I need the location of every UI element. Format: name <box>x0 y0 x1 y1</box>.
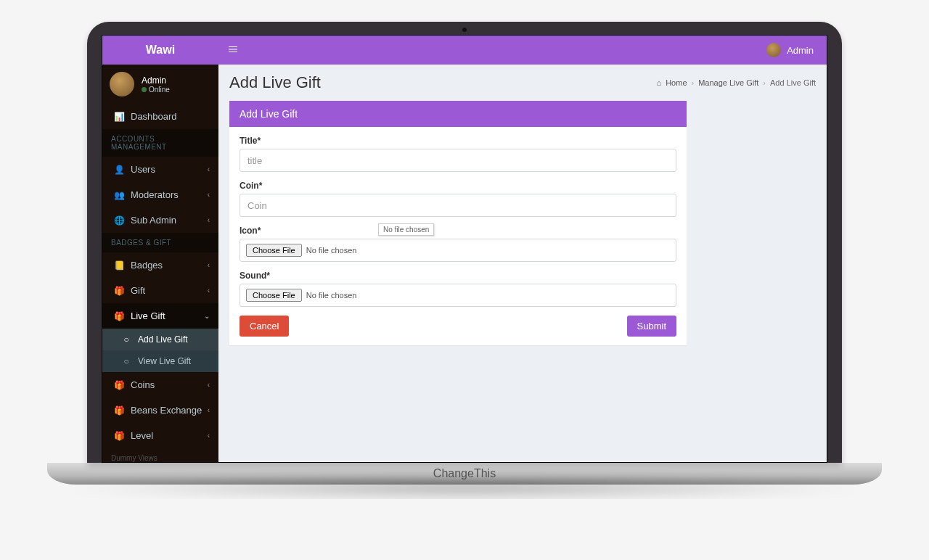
sidebar-item-gift[interactable]: 🎁 Gift ‹ <box>102 278 218 303</box>
sidebar-item-label: Moderators <box>131 189 179 200</box>
chevron-left-icon: ‹ <box>208 406 210 414</box>
sidebar-item-subadmin[interactable]: 🌐 Sub Admin ‹ <box>102 207 218 233</box>
chevron-left-icon: ‹ <box>208 432 210 440</box>
home-icon: ⌂ <box>657 78 662 87</box>
chevron-left-icon: ‹ <box>208 287 210 295</box>
sidebar-item-users[interactable]: 👤 Users ‹ <box>102 157 218 182</box>
avatar <box>766 43 781 57</box>
avatar <box>110 72 134 96</box>
sidebar-item-label: Level <box>131 430 153 441</box>
sidebar-item-level[interactable]: 🎁 Level ‹ <box>102 423 218 448</box>
file-status: No file chosen <box>306 246 357 255</box>
crumb-manage[interactable]: Manage Live Gift <box>698 78 758 87</box>
chevron-left-icon: ‹ <box>208 165 210 173</box>
icon-file-input[interactable]: Choose File No file chosen No file chose… <box>240 239 676 262</box>
menu-toggle[interactable] <box>218 44 247 57</box>
crumb-current: Add Live Gift <box>770 78 816 87</box>
breadcrumb: ⌂ Home › Manage Live Gift › Add Live Gif… <box>657 78 816 87</box>
chevron-down-icon: ⌄ <box>204 312 210 320</box>
gift-icon: 🎁 <box>113 311 125 321</box>
gift-icon: 🎁 <box>113 405 125 416</box>
sidebar-item-label: Users <box>131 164 155 175</box>
section-dummy: Dummy Views <box>102 448 218 462</box>
gift-icon: 🎁 <box>113 380 125 390</box>
sidebar-item-label: Gift <box>131 285 145 296</box>
user-icon: 👤 <box>113 165 125 175</box>
crumb-home[interactable]: Home <box>666 78 687 87</box>
sidebar-item-label: Sub Admin <box>131 215 176 226</box>
sidebar-item-label: Coins <box>131 379 155 390</box>
label-title: Title* <box>240 136 676 146</box>
chevron-left-icon: ‹ <box>208 216 210 224</box>
gift-icon: 🎁 <box>113 431 125 441</box>
file-tooltip: No file chosen <box>378 223 434 236</box>
badge-icon: 📒 <box>113 260 125 271</box>
dashboard-icon: 📊 <box>113 112 125 122</box>
chevron-left-icon: ‹ <box>208 381 210 389</box>
sidebar-item-dashboard[interactable]: 📊 Dashboard <box>102 104 218 129</box>
section-badges: BADGES & GIFT <box>102 233 218 252</box>
label-icon: Icon* <box>240 226 676 236</box>
svg-rect-1 <box>229 49 237 50</box>
sidebar-item-label: Live Gift <box>131 310 165 321</box>
panel-user-status: Online <box>142 86 170 94</box>
gift-icon: 🎁 <box>113 286 125 296</box>
users-icon: 👥 <box>113 190 125 200</box>
choose-file-button[interactable]: Choose File <box>246 244 302 257</box>
sidebar-item-label: View Live Gift <box>138 356 191 366</box>
sidebar-item-label: Dashboard <box>131 111 177 122</box>
svg-rect-0 <box>229 46 237 47</box>
label-coin: Coin* <box>240 181 676 191</box>
top-header: Wawi Admin <box>102 36 827 65</box>
brand-logo[interactable]: Wawi <box>102 44 218 57</box>
page-title: Add Live Gift <box>229 73 321 92</box>
chevron-left-icon: ‹ <box>208 191 210 199</box>
sidebar-item-label: Badges <box>131 260 163 271</box>
sidebar-item-label: Beans Exchange <box>131 405 202 416</box>
svg-rect-2 <box>229 52 237 52</box>
submit-button[interactable]: Submit <box>627 316 676 337</box>
coin-input[interactable] <box>240 194 676 217</box>
user-panel: Admin Online <box>102 65 218 104</box>
sound-file-input[interactable]: Choose File No file chosen <box>240 284 676 307</box>
section-accounts: ACCOUNTS MANAGEMENT <box>102 129 218 157</box>
sidebar-subitem-view-live-gift[interactable]: ○ View Live Gift <box>102 350 218 372</box>
sidebar-item-badges[interactable]: 📒 Badges ‹ <box>102 252 218 278</box>
bars-icon <box>229 45 237 54</box>
cancel-button[interactable]: Cancel <box>240 316 289 337</box>
choose-file-button[interactable]: Choose File <box>246 289 302 302</box>
sidebar-item-beans[interactable]: 🎁 Beans Exchange ‹ <box>102 398 218 423</box>
label-sound: Sound* <box>240 271 676 281</box>
main-content: Add Live Gift ⌂ Home › Manage Live Gift … <box>218 65 827 462</box>
sidebar-item-coins[interactable]: 🎁 Coins ‹ <box>102 372 218 398</box>
circle-icon: ○ <box>120 356 132 366</box>
circle-icon: ○ <box>120 334 132 345</box>
user-menu[interactable]: Admin <box>766 43 827 57</box>
user-name: Admin <box>787 45 814 56</box>
globe-icon: 🌐 <box>113 215 125 226</box>
chevron-left-icon: ‹ <box>208 261 210 269</box>
sidebar: Admin Online 📊 Dashboard ACCOUNTS MANAGE… <box>102 65 218 462</box>
sidebar-item-livegift[interactable]: 🎁 Live Gift ⌄ <box>102 303 218 329</box>
sidebar-item-moderators[interactable]: 👥 Moderators ‹ <box>102 182 218 207</box>
sidebar-item-label: Add Live Gift <box>138 334 188 345</box>
box-title: Add Live Gift <box>229 101 687 127</box>
panel-user-name: Admin <box>142 75 170 86</box>
form-box: Add Live Gift Title* Coin* <box>229 101 687 345</box>
file-status: No file chosen <box>306 291 357 300</box>
title-input[interactable] <box>240 149 676 172</box>
sidebar-subitem-add-live-gift[interactable]: ○ Add Live Gift <box>102 329 218 350</box>
